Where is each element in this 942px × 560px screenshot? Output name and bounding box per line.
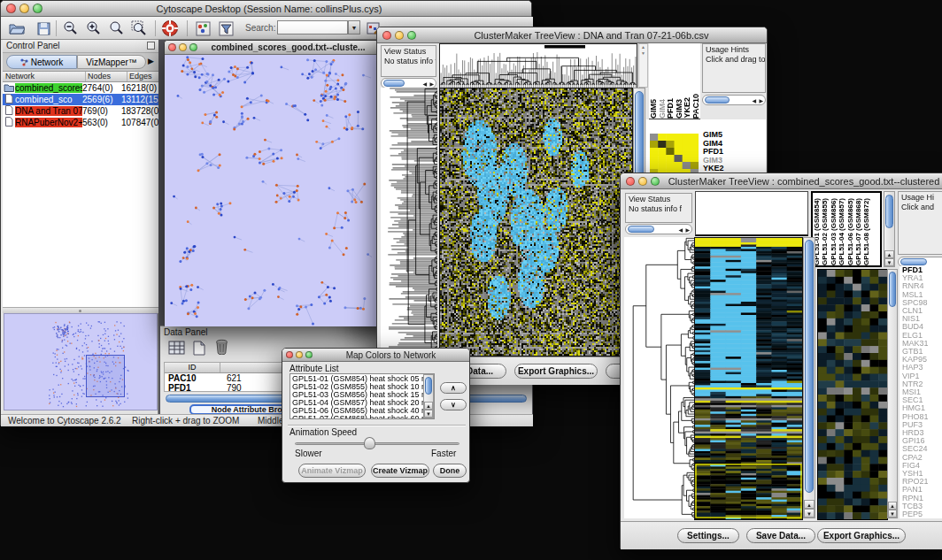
scroll-left-arrow[interactable]: ◀: [678, 225, 683, 234]
close-button[interactable]: [626, 177, 635, 186]
scrollbar-thumb[interactable]: [805, 240, 814, 493]
scroll-up-arrow[interactable]: ▲: [884, 250, 894, 258]
speed-slider-thumb[interactable]: [364, 437, 375, 449]
table-row[interactable]: combined_sco2569(6)13112(15): [3, 94, 158, 105]
scroll-up-arrow[interactable]: ▲: [888, 502, 897, 510]
tv1-row-dendrogram[interactable]: [381, 88, 437, 355]
attribute-list-vscrollbar[interactable]: ▲ ▼: [423, 374, 434, 418]
zoom-out-icon[interactable]: [61, 19, 79, 37]
column-header-edges[interactable]: Edges: [127, 72, 158, 81]
network-view-canvas[interactable]: [165, 55, 379, 326]
open-folder-icon[interactable]: [8, 19, 26, 37]
save-icon[interactable]: [35, 19, 52, 37]
tab-vizmapper[interactable]: VizMapper™: [77, 55, 146, 69]
zoom-button[interactable]: [651, 177, 660, 186]
minimize-button[interactable]: [638, 177, 647, 186]
scrollbar-thumb[interactable]: [628, 226, 654, 233]
column-header-nodes[interactable]: Nodes: [86, 72, 127, 81]
zoom-button[interactable]: [407, 31, 416, 40]
tab-network[interactable]: Network: [6, 55, 77, 69]
move-up-button[interactable]: ∧: [440, 382, 467, 394]
tv2-row-dendrogram[interactable]: [624, 237, 694, 518]
scroll-down-arrow[interactable]: ▼: [804, 509, 815, 518]
scroll-right-arrow[interactable]: ▶: [759, 96, 763, 104]
scroll-right-arrow[interactable]: ▶: [429, 79, 434, 88]
scrollbar-thumb[interactable]: [383, 80, 405, 87]
table-row[interactable]: combined_scores_2764(0)16218(0): [3, 82, 158, 94]
scroll-left-arrow[interactable]: ◀: [752, 96, 756, 104]
scroll-right-arrow[interactable]: ▶: [685, 225, 690, 234]
help-icon[interactable]: [160, 19, 180, 37]
tv2-status-hscrollbar[interactable]: ◀ ▶: [625, 224, 692, 234]
scrollbar-thumb[interactable]: [885, 195, 893, 228]
float-panel-icon[interactable]: [147, 42, 155, 50]
new-attribute-icon[interactable]: [190, 339, 208, 357]
column-header-network[interactable]: Network: [3, 72, 86, 81]
scrollbar-thumb[interactable]: [705, 96, 730, 104]
table-row[interactable]: DNA and Tran 07769(0)183728(0): [3, 105, 158, 117]
settings-button[interactable]: Settings...: [677, 528, 739, 543]
zoom-button[interactable]: [33, 4, 42, 13]
done-button[interactable]: Done: [433, 464, 467, 478]
scrollbar-thumb[interactable]: [425, 377, 432, 395]
tv2-zoom-heatmap[interactable]: [817, 269, 888, 520]
tv2-zoom-vscrollbar[interactable]: ▲ ▼: [887, 269, 898, 518]
speed-slider-track[interactable]: [295, 442, 459, 445]
tv2-heatmap[interactable]: [694, 237, 803, 520]
id-column-header[interactable]: ID: [165, 363, 220, 372]
export-graphics-button[interactable]: Export Graphics...: [817, 528, 906, 543]
scroll-up-arrow[interactable]: ▲: [804, 500, 815, 509]
scrollbar-thumb[interactable]: [889, 272, 896, 307]
scroll-down-arrow[interactable]: ▼: [884, 258, 894, 266]
minimize-button[interactable]: [395, 31, 404, 40]
close-button[interactable]: [286, 351, 293, 358]
dialog-titlebar[interactable]: Map Colors to Network: [282, 349, 469, 362]
network-overview-minimap[interactable]: [4, 314, 157, 410]
attribute-listbox[interactable]: GPL51-01 (GSM854) heat shock 05 minGPL51…: [290, 373, 435, 419]
attribute-items: GPL51-01 (GSM854) heat shock 05 minGPL51…: [290, 374, 434, 419]
zoom-in-icon[interactable]: [84, 19, 102, 37]
save-data-button[interactable]: Save Data...: [746, 528, 815, 543]
tab-overflow-button[interactable]: ▶: [148, 57, 154, 65]
scroll-down-arrow[interactable]: ▼: [888, 510, 897, 518]
main-titlebar[interactable]: Cytoscape Desktop (Session Name: collins…: [1, 1, 531, 17]
minimize-button[interactable]: [19, 4, 29, 13]
network-overview-panel[interactable]: [4, 313, 158, 410]
scroll-down-arrow[interactable]: ▼: [424, 410, 433, 418]
tv2-column-dendrogram-area[interactable]: [695, 191, 808, 236]
zoom-selected-icon[interactable]: [107, 19, 125, 37]
treeview2-titlebar[interactable]: ClusterMaker TreeView : combined_scores_…: [621, 173, 942, 189]
table-row[interactable]: RNAPuberNov2+563(0)107847(0): [3, 117, 158, 128]
network-window-titlebar[interactable]: combined_scores_good.txt--cluste...: [165, 41, 379, 55]
tv2-labels-vscrollbar[interactable]: ▲ ▼: [884, 191, 895, 267]
move-down-button[interactable]: ∨: [440, 399, 467, 410]
attribute-table-icon[interactable]: [167, 339, 185, 357]
tv1-column-dendrogram[interactable]: [439, 43, 637, 89]
zoom-fit-icon[interactable]: [130, 19, 148, 37]
close-button[interactable]: [6, 4, 16, 13]
search-input[interactable]: [277, 20, 348, 35]
tv2-heatmap-vscrollbar[interactable]: ▲ ▼: [803, 237, 815, 518]
close-button[interactable]: [168, 43, 176, 51]
tv1-cluster-heatmap[interactable]: [650, 134, 699, 176]
minimize-button[interactable]: [296, 351, 303, 358]
filter-icon[interactable]: [217, 19, 235, 37]
tv1-heatmap[interactable]: [439, 88, 633, 357]
scroll-up-arrow[interactable]: ▲: [424, 402, 433, 410]
treeview1-titlebar[interactable]: ClusterMaker TreeView : DNA and Tran 07-…: [377, 27, 767, 43]
delete-attribute-icon[interactable]: [212, 338, 230, 356]
scroll-left-arrow[interactable]: ◀: [422, 79, 427, 88]
close-button[interactable]: [382, 31, 391, 40]
attribute-list-item[interactable]: GPL51-07 (GSM868) heat shock 60 min: [292, 415, 432, 419]
zoom-button[interactable]: [189, 43, 197, 51]
search-dropdown-button[interactable]: ▼: [348, 20, 360, 35]
animate-vizmap-button[interactable]: Animate Vizmap: [298, 464, 366, 478]
vizmapper-icon[interactable]: [194, 19, 212, 37]
minimize-button[interactable]: [179, 43, 187, 51]
tv1-label-scroll-strip[interactable]: ▲▼: [638, 43, 648, 88]
tv1-usage-hscrollbar[interactable]: ◀ ▶: [702, 95, 766, 105]
zoom-button[interactable]: [305, 351, 313, 358]
export-graphics-button[interactable]: Export Graphics...: [514, 364, 598, 379]
create-vizmap-button[interactable]: Create Vizmap: [371, 464, 429, 478]
scrollbar-thumb[interactable]: [900, 258, 927, 265]
